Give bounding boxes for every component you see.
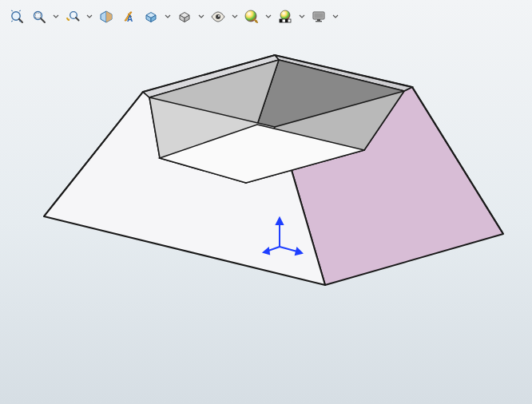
previous-view-button[interactable] [62,6,83,27]
view-orientation-icon [143,9,159,25]
model-body [44,55,503,285]
view-orientation-dropdown[interactable] [163,6,173,27]
svg-point-11 [280,10,290,20]
svg-rect-13 [280,19,283,22]
heads-up-view-toolbar: A [0,0,532,34]
zoom-to-fit-icon [9,9,25,25]
previous-view-icon [65,9,81,25]
svg-point-9 [218,15,220,17]
section-view-button[interactable] [96,6,117,27]
apply-scene-button[interactable] [275,6,296,27]
svg-rect-18 [316,21,322,22]
zoom-to-area-button[interactable] [29,6,50,27]
svg-line-6 [76,18,79,21]
zoom-to-area-icon [31,9,47,25]
svg-rect-16 [314,13,324,18]
zoom-to-fit-button[interactable] [6,6,27,27]
apply-scene-dropdown[interactable] [297,6,307,27]
dynamic-annotation-icon: A [121,9,137,25]
display-style-icon [177,9,193,25]
display-style-dropdown[interactable] [197,6,206,27]
previous-view-dropdown[interactable] [85,6,94,27]
view-settings-dropdown[interactable] [331,6,340,27]
edit-appearance-dropdown[interactable] [264,6,273,27]
svg-line-4 [41,18,45,22]
dynamic-annotation-button[interactable]: A [118,6,139,27]
monitor-icon [311,9,327,25]
svg-rect-14 [285,19,288,22]
graphics-viewport[interactable] [0,30,532,404]
section-view-icon [98,9,114,25]
svg-point-8 [216,14,220,19]
eye-icon [210,9,226,25]
zoom-to-area-dropdown[interactable] [51,6,61,27]
svg-text:A: A [127,14,133,23]
view-orientation-button[interactable] [141,6,161,27]
view-settings-button[interactable] [308,6,329,27]
apply-scene-icon [277,9,293,25]
appearance-sphere-icon [244,9,260,25]
hide-show-items-button[interactable] [208,6,228,27]
svg-rect-17 [317,19,320,21]
hide-show-items-dropdown[interactable] [230,6,240,27]
display-style-button[interactable] [174,6,195,27]
edit-appearance-button[interactable] [241,6,262,27]
